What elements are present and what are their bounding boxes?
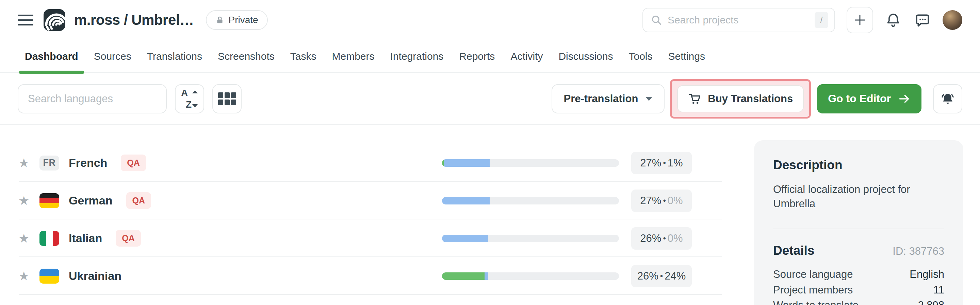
language-row-italian[interactable]: ★ Italian QA 26% • 0% [0,220,735,257]
buy-translations-button[interactable]: Buy Translations [677,85,804,112]
tab-tools[interactable]: Tools [623,40,658,72]
detail-row: Words to translate 2 898 [773,297,944,305]
tab-tasks[interactable]: Tasks [285,40,322,72]
detail-value: 2 898 [918,297,944,305]
approved-percentage: 1% [668,157,683,169]
chevron-down-icon [646,97,652,101]
description-text: Official localization project for Umbrel… [773,182,944,211]
star-icon[interactable]: ★ [18,270,33,282]
pretranslation-dropdown[interactable]: Pre-translation [552,84,665,114]
card-divider [773,229,944,229]
chat-icon [915,12,930,28]
language-list: ★ FR French QA 27% • 1% ★ German QA 27% … [0,144,735,295]
details-header: Details ID: 387763 [773,243,944,258]
progress-percentage-badge: 26% • 0% [631,227,692,250]
approved-percentage: 24% [665,270,686,282]
pretranslation-label: Pre-translation [564,93,638,105]
language-row-ukrainian[interactable]: ★ Ukrainian 26% • 24% [0,257,735,295]
language-name: Italian [69,232,102,245]
tab-discussions[interactable]: Discussions [553,40,619,72]
sort-az-icon: AZ [181,90,198,108]
project-details-card: Description Official localization projec… [754,140,963,305]
translated-percentage: 26% [640,232,661,245]
tab-reports[interactable]: Reports [453,40,501,72]
notifications-button[interactable] [884,11,902,29]
messages-button[interactable] [913,11,932,29]
translation-progress-bar [442,272,619,280]
star-icon[interactable]: ★ [18,194,33,207]
tab-members[interactable]: Members [326,40,380,72]
percentage-separator: • [663,158,666,168]
sort-languages-button[interactable]: AZ [175,84,204,114]
progress-percentage-badge: 26% • 24% [631,265,692,288]
search-icon [651,14,662,26]
language-flag [40,193,59,208]
search-languages-box [18,84,167,114]
language-name: French [69,156,107,169]
translated-progress-segment [444,159,490,167]
tab-label: Screenshots [218,51,275,62]
project-nav: Dashboard Sources Translations Screensho… [0,40,980,73]
star-icon[interactable]: ★ [18,157,33,169]
app-logo[interactable] [43,9,65,31]
subscribe-notifications-button[interactable] [933,84,962,114]
tab-sources[interactable]: Sources [88,40,137,72]
language-flag [40,231,59,246]
detail-value: 11 [933,282,944,298]
hamburger-menu-icon[interactable] [18,14,33,26]
star-icon[interactable]: ★ [18,232,33,245]
translation-progress-bar [442,197,619,204]
language-flag: FR [40,156,59,171]
tab-activity[interactable]: Activity [504,40,549,72]
tab-dashboard[interactable]: Dashboard [19,40,84,72]
tab-label: Sources [94,51,131,62]
language-row-french[interactable]: ★ FR French QA 27% • 1% [0,144,735,182]
tab-label: Tools [628,51,652,62]
translated-percentage: 27% [640,157,661,169]
tab-label: Members [332,51,375,62]
create-project-button[interactable] [846,7,873,33]
buy-translations-label: Buy Translations [708,93,793,105]
privacy-badge-label: Private [228,14,258,25]
go-to-editor-button[interactable]: Go to Editor [817,84,921,114]
language-row-german[interactable]: ★ German QA 27% • 0% [0,182,735,220]
detail-label: Words to translate [773,297,859,305]
dashboard-toolbar: AZ Pre-translation Buy Translations Go t… [0,73,980,125]
detail-row: Project members 11 [773,282,944,298]
tab-translations[interactable]: Translations [141,40,208,72]
project-title: m.ross / Umbrel… [74,12,194,28]
toolbar-actions: Pre-translation Buy Translations Go to E… [552,79,962,119]
search-projects-box: / [643,8,835,32]
percentage-separator: • [663,196,666,205]
qa-badge: QA [126,192,151,209]
progress-percentage-badge: 27% • 1% [631,152,692,174]
header-actions: / [643,7,962,33]
tab-label: Reports [459,51,495,62]
lock-icon [215,16,224,24]
approved-percentage: 0% [668,232,683,245]
search-projects-input[interactable] [668,14,809,26]
search-languages-input[interactable] [28,93,156,105]
description-title: Description [773,158,944,172]
detail-value: English [910,267,944,282]
grid-view-icon [218,92,236,105]
percentage-separator: • [663,234,666,243]
approved-progress-segment [442,272,485,280]
tab-label: Discussions [558,51,613,62]
detail-row: Source language English [773,267,944,282]
tab-label: Settings [668,51,705,62]
user-avatar[interactable] [943,10,962,30]
project-id: ID: 387763 [892,245,944,258]
translation-progress-bar [442,159,619,167]
grid-view-button[interactable] [212,84,242,114]
detail-label: Project members [773,282,853,298]
tab-screenshots[interactable]: Screenshots [212,40,280,72]
qa-badge: QA [116,230,141,247]
tab-integrations[interactable]: Integrations [385,40,450,72]
tab-label: Activity [511,51,543,62]
translated-progress-segment [442,235,488,242]
tab-label: Translations [147,51,202,62]
tab-label: Integrations [390,51,444,62]
tab-settings[interactable]: Settings [662,40,711,72]
details-rows: Source language English Project members … [773,267,944,305]
